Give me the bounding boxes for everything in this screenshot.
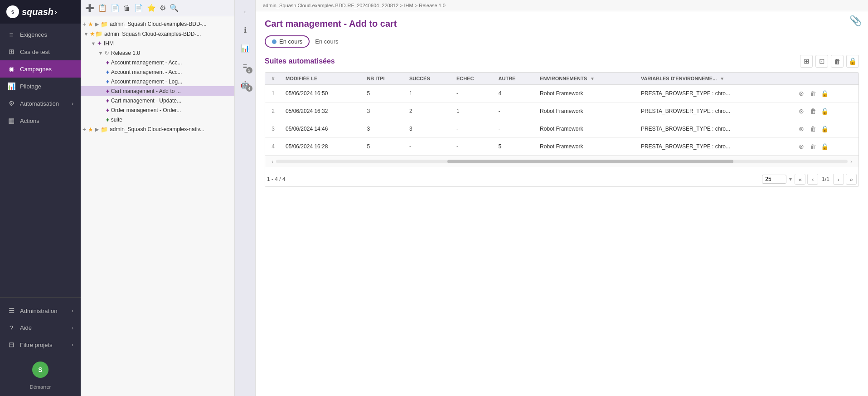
- star-icon-1: ★: [88, 21, 93, 28]
- status-badge[interactable]: En cours: [265, 35, 310, 48]
- lock-row-btn-2[interactable]: 🔒: [820, 106, 829, 116]
- scrollbar-thumb[interactable]: [447, 160, 733, 163]
- sidebar-item-pilotage[interactable]: 📊 Pilotage: [0, 78, 81, 95]
- sidebar-nav: ≡ Exigences ⊞ Cas de test ◉ Campagnes 📊 …: [0, 24, 81, 297]
- row-echec-4: -: [452, 138, 494, 156]
- row-num-3: 3: [265, 120, 281, 138]
- grid-view-btn[interactable]: ⊞: [800, 55, 813, 68]
- tree-node-label-ordermgmt: Order management - Order...: [111, 107, 181, 113]
- status-plain-text[interactable]: En cours: [315, 38, 338, 45]
- collapse-tree-btn[interactable]: ‹: [237, 4, 253, 20]
- tree-node-acctmgmt3[interactable]: ♦ Account management - Log...: [81, 77, 234, 86]
- scroll-right-arrow[interactable]: ›: [848, 158, 855, 165]
- sidebar-item-exigences[interactable]: ≡ Exigences: [0, 26, 81, 43]
- page-size-select[interactable]: 25 50 100: [762, 175, 786, 184]
- info-panel-btn[interactable]: ℹ: [237, 22, 253, 38]
- breadcrumb-text: admin_Squash Cloud-examples-BDD-RF_20240…: [263, 3, 446, 8]
- delete-row-btn-4[interactable]: 🗑: [808, 142, 818, 152]
- last-page-btn[interactable]: »: [846, 174, 857, 185]
- tree-expander-3[interactable]: ▶: [93, 127, 101, 132]
- settings-toolbar-icon[interactable]: ⚙: [160, 4, 166, 12]
- tree-node-acctmgmt1[interactable]: ♦ Account management - Acc...: [81, 58, 234, 67]
- scrollbar-track[interactable]: [276, 160, 848, 163]
- aide-icon: ?: [7, 324, 15, 332]
- lock-btn[interactable]: 🔒: [846, 55, 859, 68]
- row-nbitpi-4: 5: [362, 138, 405, 156]
- delete-row-btn-3[interactable]: 🗑: [808, 124, 818, 134]
- next-page-btn[interactable]: ›: [833, 174, 844, 185]
- chart-panel-btn[interactable]: 📊: [237, 40, 253, 56]
- cancel-row-btn-4[interactable]: ⊗: [796, 142, 806, 152]
- tree-expander-1[interactable]: ▶: [93, 21, 101, 27]
- sidebar-item-label: Filtre projets: [20, 342, 53, 348]
- attachment-icon[interactable]: 📎: [849, 15, 862, 27]
- campaign-icon-6: ♦: [106, 107, 109, 113]
- tree-node-ordermgmt[interactable]: ♦ Order management - Order...: [81, 105, 234, 115]
- sidebar-item-filtre-projets[interactable]: ⊟ Filtre projets ›: [0, 336, 81, 353]
- sidebar-item-cas-de-test[interactable]: ⊞ Cas de test: [0, 43, 81, 60]
- vars-filter-icon[interactable]: ▼: [720, 76, 724, 81]
- add-toolbar-icon[interactable]: ➕: [85, 4, 94, 12]
- search-toolbar-icon[interactable]: 🔍: [170, 4, 179, 12]
- horizontal-scrollbar[interactable]: ‹ ›: [265, 156, 858, 167]
- robot-panel-btn[interactable]: 🤖 4: [237, 76, 253, 93]
- cancel-row-btn-2[interactable]: ⊗: [796, 106, 806, 116]
- star-toolbar-icon[interactable]: ⭐: [147, 4, 156, 12]
- tree-node-label-cartmgmt2: Cart management - Update...: [111, 98, 181, 104]
- list-panel-btn[interactable]: ≡ 5: [237, 58, 253, 74]
- env-filter-icon[interactable]: ▼: [590, 76, 595, 81]
- row-vars-1: PRESTA_BROWSER_TYPE : chro...: [636, 85, 792, 103]
- row-num-4: 4: [265, 138, 281, 156]
- tree-node-suite[interactable]: ♦ suite: [81, 115, 234, 124]
- tree-node-ihm[interactable]: ▼ ✦ IHM: [81, 39, 234, 48]
- row-succes-3: 3: [405, 120, 452, 138]
- cancel-row-btn-1[interactable]: ⊗: [796, 88, 806, 98]
- table-footer: 1 - 4 / 4 25 50 100 ▾ « ‹: [265, 169, 858, 186]
- tree-node-1[interactable]: + ★ ▶ 📁 admin_Squash Cloud-examples-BDD-…: [81, 19, 234, 29]
- tree-node-2[interactable]: ▼ ★ 📁 admin_Squash Cloud-examples-BDD-..…: [81, 29, 234, 39]
- lock-row-btn-4[interactable]: 🔒: [820, 142, 829, 152]
- tree-node-cartmgmt1[interactable]: ♦ Cart management - Add to ...: [81, 86, 234, 96]
- tree-expander-release[interactable]: ▼: [97, 50, 104, 56]
- paste-toolbar-icon[interactable]: 📄: [111, 4, 120, 12]
- chevron-down-icon: ▾: [789, 176, 792, 182]
- sidebar-item-automatisation[interactable]: ⚙ Automatisation ›: [0, 95, 81, 112]
- sidebar-item-label: Campagnes: [20, 66, 52, 73]
- delete-toolbar-icon[interactable]: 🗑: [123, 4, 131, 12]
- scroll-left-arrow[interactable]: ‹: [269, 158, 276, 165]
- copy-toolbar-icon[interactable]: 📋: [98, 4, 107, 12]
- row-modified-3: 05/06/2024 14:46: [281, 120, 362, 138]
- table-header: # MODIFIÉE LE NB ITPI SUCCÈS ÉCHEC AUTRE…: [265, 73, 858, 85]
- tree-add-btn-3[interactable]: +: [82, 126, 86, 133]
- lock-row-btn-1[interactable]: 🔒: [820, 88, 829, 98]
- tree-node-label-acctmgmt3: Account management - Log...: [111, 78, 182, 85]
- exigences-icon: ≡: [7, 31, 15, 39]
- delete-row-btn-1[interactable]: 🗑: [808, 88, 818, 98]
- tree-node-acctmgmt2[interactable]: ♦ Account management - Acc...: [81, 67, 234, 77]
- cancel-row-btn-3[interactable]: ⊗: [796, 124, 806, 134]
- tree-expander-ihm[interactable]: ▼: [90, 41, 97, 46]
- prev-page-btn[interactable]: ‹: [807, 174, 818, 185]
- sidebar-item-aide[interactable]: ? Aide ›: [0, 319, 81, 336]
- header-row: # MODIFIÉE LE NB ITPI SUCCÈS ÉCHEC AUTRE…: [265, 73, 858, 85]
- tree-node-label-release: Release 1.0: [111, 50, 140, 56]
- tree-add-btn-1[interactable]: +: [82, 20, 86, 28]
- tree-node-release[interactable]: ▼ ↻ Release 1.0: [81, 48, 234, 58]
- tree-node-cartmgmt2[interactable]: ♦ Cart management - Update...: [81, 96, 234, 105]
- user-avatar-button[interactable]: S: [32, 362, 48, 378]
- lock-row-btn-3[interactable]: 🔒: [820, 124, 829, 134]
- filter-btn[interactable]: ⊡: [815, 55, 828, 68]
- delete-btn[interactable]: 🗑: [831, 55, 844, 68]
- sidebar-item-administration[interactable]: ☰ Administration ›: [0, 302, 81, 319]
- sidebar-item-actions[interactable]: ▦ Actions: [0, 112, 81, 129]
- status-dot: [272, 39, 276, 44]
- table-scroll-container[interactable]: # MODIFIÉE LE NB ITPI SUCCÈS ÉCHEC AUTRE…: [265, 73, 858, 156]
- export-toolbar-icon[interactable]: 📄: [134, 4, 143, 12]
- first-page-btn[interactable]: «: [795, 174, 805, 185]
- tree-node-3[interactable]: + ★ ▶ 📁 admin_Squash Cloud-examples-nati…: [81, 124, 234, 134]
- campaign-icon-1: ♦: [106, 59, 109, 66]
- section-header: Suites automatisées ⊞ ⊡ 🗑 🔒: [265, 55, 859, 68]
- delete-row-btn-2[interactable]: 🗑: [808, 106, 818, 116]
- sidebar-item-campagnes[interactable]: ◉ Campagnes: [0, 60, 81, 78]
- tree-expander-2[interactable]: ▼: [82, 31, 90, 37]
